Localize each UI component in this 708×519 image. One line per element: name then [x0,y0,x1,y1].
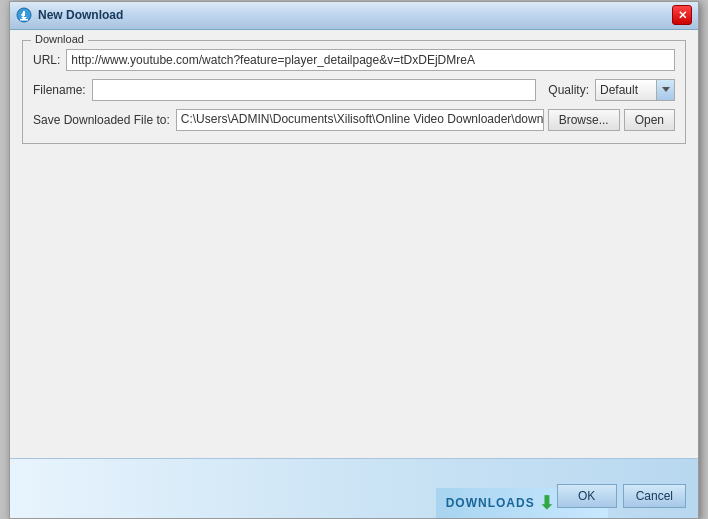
close-button[interactable]: ✕ [672,5,692,25]
save-path-row: Save Downloaded File to: C:\Users\ADMIN\… [33,109,675,131]
footer-bar: DOWNLOADS ⬇ GURU OK Cancel [10,458,698,518]
download-group: Download URL: Filename: Quality: Default [22,40,686,144]
save-label: Save Downloaded File to: [33,113,170,127]
watermark-text: DOWNLOADS [446,496,535,510]
filename-row: Filename: Quality: Default [33,79,675,101]
filename-input[interactable] [92,79,537,101]
watermark-icon: ⬇ [539,492,555,514]
new-download-window: New Download ✕ Download URL: Filename: Q… [9,1,699,519]
chevron-down-icon [662,87,670,92]
footer-buttons: OK Cancel [557,484,686,508]
browse-button[interactable]: Browse... [548,109,620,131]
save-path-display: C:\Users\ADMIN\Documents\Xilisoft\Online… [176,109,544,131]
cancel-button[interactable]: Cancel [623,484,686,508]
url-row: URL: [33,49,675,71]
quality-label: Quality: [548,83,589,97]
ok-button[interactable]: OK [557,484,617,508]
filename-label: Filename: [33,83,86,97]
quality-dropdown-button[interactable] [656,80,674,100]
svg-rect-2 [23,11,25,16]
svg-rect-4 [20,19,28,21]
window-body: Download URL: Filename: Quality: Default [10,30,698,168]
group-label: Download [31,33,88,45]
content-area [10,168,698,458]
title-bar: New Download ✕ [10,2,698,30]
quality-value: Default [600,83,652,97]
window-icon [16,7,32,23]
window-title: New Download [38,8,672,22]
quality-select[interactable]: Default [595,79,675,101]
url-input[interactable] [66,49,675,71]
url-label: URL: [33,53,60,67]
open-button[interactable]: Open [624,109,675,131]
